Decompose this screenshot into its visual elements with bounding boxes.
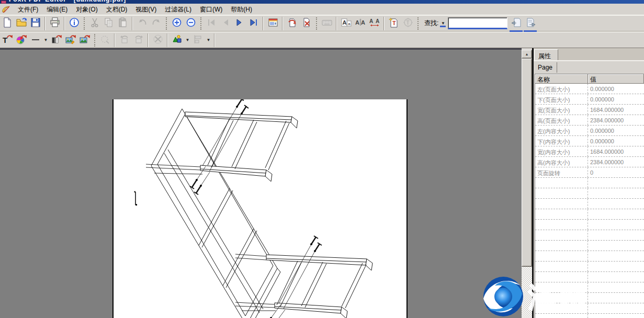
- menu-item-2[interactable]: 对象(O): [72, 4, 101, 15]
- zoom-in-button[interactable]: [170, 17, 184, 30]
- svg-text:A: A: [376, 18, 379, 24]
- rotate-right-icon: [133, 34, 144, 47]
- circle-text-icon: T: [403, 17, 413, 30]
- toolbar-drag-handle[interactable]: [316, 17, 317, 30]
- edit-text-object-button[interactable]: T: [0, 33, 14, 47]
- edit-image-button[interactable]: [63, 33, 77, 47]
- property-value[interactable]: 0.000000: [588, 136, 644, 146]
- title-bar: Foxit PDF Editor - [dankuang.pdf]: [0, 0, 644, 4]
- toolbar-drag-handle[interactable]: [84, 17, 85, 30]
- menu-item-6[interactable]: 窗口(W): [196, 4, 227, 15]
- empty-cell: [535, 251, 588, 261]
- menu-item-5[interactable]: 过滤器(L): [161, 4, 196, 15]
- font-spacing-icon: AA: [369, 17, 380, 30]
- zoom-out-button[interactable]: [184, 17, 198, 30]
- insert-object-dropdown[interactable]: ▼: [184, 38, 191, 42]
- property-row[interactable]: 下(页面大小)0.000000: [535, 94, 644, 105]
- replace-image-button[interactable]: [77, 33, 92, 47]
- edit-text-icon: T: [2, 34, 13, 47]
- find-input[interactable]: [448, 17, 507, 29]
- find-next-icon: [525, 17, 536, 30]
- empty-row: [535, 230, 644, 241]
- menu-bar: 文件(F)编辑(E)对象(O)文档(D)视图(V)过滤器(L)窗口(W)帮助(H…: [0, 4, 644, 15]
- font-size-button[interactable]: Aa: [339, 17, 353, 30]
- toolbar-drag-handle[interactable]: [200, 17, 201, 30]
- property-value[interactable]: 1684.000000: [588, 146, 644, 156]
- insert-page-button[interactable]: [285, 17, 299, 30]
- find-prev-icon: [511, 17, 522, 30]
- property-value[interactable]: 2384.000000: [588, 115, 644, 125]
- empty-cell: [588, 272, 644, 282]
- last-page-button[interactable]: [246, 17, 261, 30]
- find-previous-button[interactable]: [509, 17, 523, 30]
- print-button[interactable]: [48, 17, 62, 30]
- toolbar-separator: [383, 17, 385, 30]
- property-row[interactable]: 高(页面大小)2384.000000: [535, 115, 644, 126]
- next-page-button[interactable]: [232, 17, 246, 30]
- column-header-value[interactable]: 值: [588, 74, 644, 84]
- properties-title-tab[interactable]: 属性: [534, 49, 558, 61]
- menu-item-4[interactable]: 视图(V): [131, 4, 161, 15]
- font-spacing-button[interactable]: AA: [367, 17, 381, 30]
- page-layout-button[interactable]: [266, 17, 280, 30]
- scrollbar-thumb[interactable]: [522, 59, 532, 267]
- property-row[interactable]: 左(页面大小)0.000000: [535, 84, 644, 94]
- property-row[interactable]: 宽(内容大小)1684.000000: [535, 146, 644, 157]
- property-row[interactable]: 宽(页面大小)1684.000000: [535, 105, 644, 115]
- delete-page-button[interactable]: [299, 17, 313, 30]
- toolbar-separator: [114, 33, 115, 47]
- align-objects-dropdown[interactable]: ▼: [205, 38, 212, 42]
- menu-item-7[interactable]: 帮助(H): [227, 4, 256, 15]
- find-next-button[interactable]: [523, 17, 537, 30]
- font-size-icon: Aa: [341, 17, 352, 30]
- scroll-up-button[interactable]: ▲: [522, 50, 532, 59]
- document-info-button[interactable]: [67, 17, 81, 30]
- property-row[interactable]: 高(内容大小)2384.000000: [535, 157, 644, 167]
- empty-cell: [535, 209, 588, 219]
- toolbar-drag-handle[interactable]: [94, 34, 95, 47]
- property-row[interactable]: 页面旋转0: [535, 167, 644, 178]
- document-canvas[interactable]: [0, 48, 522, 318]
- paste-icon: [118, 17, 128, 30]
- property-value[interactable]: 1684.000000: [588, 105, 644, 115]
- property-value[interactable]: 0.000000: [588, 84, 644, 94]
- font-kerning-button[interactable]: AA: [353, 17, 367, 30]
- edit-color-button[interactable]: [14, 33, 28, 47]
- property-row[interactable]: 下(内容大小)0.000000: [535, 136, 644, 146]
- toolbar-drag-handle[interactable]: [417, 17, 419, 30]
- find-label: 查找:: [424, 19, 438, 28]
- toolbar-drag-handle[interactable]: [166, 17, 167, 30]
- redo-button: [149, 17, 163, 30]
- property-value[interactable]: 0.000000: [588, 126, 644, 135]
- undo-icon: [137, 17, 148, 30]
- property-value[interactable]: 0.000000: [588, 94, 644, 104]
- add-text-button[interactable]: T: [387, 17, 401, 30]
- property-row[interactable]: 左(内容大小)0.000000: [535, 126, 644, 136]
- column-header-name[interactable]: 名称: [535, 74, 588, 84]
- application-window: { "window": { "title": "Foxit PDF Editor…: [0, 0, 644, 318]
- new-document-button[interactable]: [0, 17, 14, 30]
- save-file-button[interactable]: [28, 17, 42, 30]
- property-value[interactable]: 2384.000000: [588, 157, 644, 167]
- vertical-scrollbar[interactable]: ▲: [522, 50, 532, 318]
- empty-cell: [588, 282, 644, 292]
- add-text-icon: T: [389, 17, 399, 30]
- find-options-dropdown[interactable]: ▼: [439, 21, 446, 26]
- page-layout-icon: [268, 17, 278, 30]
- line-style-button[interactable]: [28, 33, 42, 47]
- edit-shading-button[interactable]: [49, 33, 63, 47]
- open-folder-icon: [16, 17, 27, 30]
- empty-cell: [588, 209, 644, 219]
- empty-cell: [535, 230, 588, 240]
- select-object-button: [98, 33, 112, 47]
- menu-item-3[interactable]: 文档(D): [102, 4, 132, 15]
- menu-item-1[interactable]: 编辑(E): [42, 4, 72, 15]
- insert-object-button[interactable]: [170, 33, 184, 47]
- menu-item-0[interactable]: 文件(F): [14, 4, 42, 15]
- tab-page[interactable]: Page: [534, 62, 557, 73]
- open-file-button[interactable]: [14, 17, 28, 30]
- line-style-dropdown[interactable]: ▼: [42, 38, 49, 42]
- property-name: 左(页面大小): [535, 84, 588, 94]
- property-value[interactable]: 0: [588, 167, 644, 177]
- pdf-page[interactable]: [112, 99, 408, 318]
